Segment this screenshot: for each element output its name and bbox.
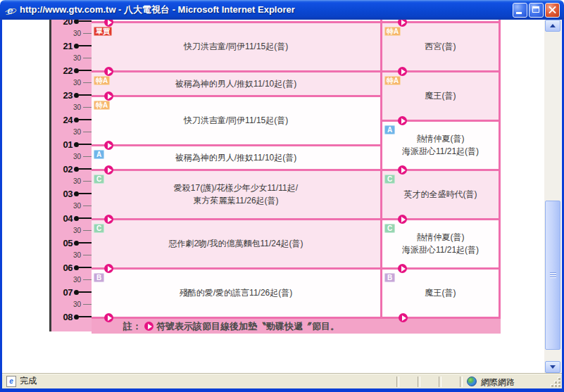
maximize-button[interactable] [529, 3, 544, 18]
table-right-border [499, 20, 501, 331]
half-hour-dash [83, 82, 92, 83]
note-body: 符號表示該節目線後加墊〝勁碟快遞〞節目。 [156, 320, 339, 333]
half-hour-dash [83, 132, 92, 132]
program-title: 熱情仲夏(普) [417, 232, 465, 243]
program-cell: C愛殺17(護)/花樣少年少女11/11起/東方茱麗葉11/26起(普) [92, 169, 380, 218]
program-title-block: 西宮(普) [382, 23, 499, 70]
half-hour-dash [83, 33, 92, 34]
program-title-block: 魔王(普) [382, 72, 499, 120]
hour-line [79, 291, 92, 293]
hour-dot-icon [74, 241, 79, 246]
statusbar-separator [460, 377, 463, 387]
program-title-block: 被稱為神的男人/推奴11/10起(普) [92, 72, 380, 95]
hour-line [79, 217, 92, 219]
status-bar: e 完成 網際網路 [2, 373, 562, 388]
hour-tick: 01 [51, 139, 92, 150]
half-hour-tick: 30 [51, 102, 92, 112]
program-title-block: 殘酷的愛/愛的謊言11/26起(普) [92, 270, 380, 317]
page-content: 2030213022302330243001300230033004300530… [2, 20, 544, 373]
program-cell: B魔王(普) [382, 267, 499, 317]
hour-dot-icon [74, 167, 79, 172]
hour-tick: 20 [51, 20, 92, 27]
program-title: 殘酷的愛/愛的謊言11/26起(普) [180, 288, 292, 298]
program-title: 東方茱麗葉11/26起(普) [193, 196, 278, 206]
hour-line [79, 267, 92, 268]
program-title-block: 熱情仲夏(普)海派甜心11/21起(普) [382, 122, 499, 169]
half-hour-dash [83, 255, 92, 255]
hour-dot-icon [74, 20, 79, 24]
hour-tick: 21 [51, 40, 92, 51]
hour-dot-icon [74, 118, 79, 122]
program-cell: 特A快刀洪吉童/同伊11/15起(普) [92, 95, 380, 144]
title-bar[interactable]: e http://www.gtv.com.tw - 八大電視台 - Micros… [0, 0, 564, 20]
schedule-table: 2030213022302330243001300230033004300530… [2, 20, 544, 373]
hour-dot-icon [74, 216, 79, 221]
hour-dot-icon [74, 44, 79, 49]
hour-tick: 22 [51, 65, 92, 76]
half-hour-dash [83, 181, 92, 182]
time-axis: 2030213022302330243001300230033004300530… [51, 20, 92, 331]
half-hour-tick: 30 [51, 53, 92, 63]
program-title: 被稱為神的男人/推奴11/10起(普) [175, 79, 296, 89]
minimize-button[interactable] [513, 3, 527, 18]
hour-line [79, 144, 92, 145]
half-hour-tick: 30 [51, 274, 92, 284]
half-hour-dash [83, 206, 92, 206]
scrollbar-thumb[interactable] [545, 201, 560, 350]
hour-dot-icon [74, 93, 79, 98]
program-title: 快刀洪吉童/同伊11/15起(普) [184, 115, 288, 126]
hour-line [79, 242, 92, 244]
hour-dot-icon [74, 315, 79, 320]
program-title-block: 魔王(普) [382, 270, 499, 317]
half-hour-tick: 30 [51, 225, 92, 235]
half-hour-dash [83, 58, 92, 58]
window-controls [513, 3, 560, 18]
program-cell: 特A魔王(普) [382, 70, 499, 120]
status-text: 完成 [20, 375, 37, 387]
program-title: 魔王(普) [425, 91, 456, 101]
hour-tick: 07 [51, 286, 92, 298]
document-icon: e [6, 376, 16, 387]
hour-dot-icon [74, 191, 79, 196]
program-title-block: 英才的全盛時代(普) [382, 171, 499, 218]
note-text: 註： 符號表示該節目線後加墊〝勁碟快遞〞節目。 [123, 319, 339, 334]
resize-grip[interactable] [551, 377, 560, 387]
statusbar-separator [418, 377, 420, 387]
program-cell: A被稱為神的男人/推奴11/10起(普) [92, 144, 380, 169]
half-hour-dash [83, 304, 92, 305]
program-title: 英才的全盛時代(普) [404, 189, 477, 200]
half-hour-dash [83, 107, 92, 108]
hour-line [79, 119, 92, 120]
program-cell: 特A西宮(普) [382, 21, 499, 70]
schedule-column-left: 單買快刀洪吉童/同伊11/15起(普)特A被稱為神的男人/推奴11/10起(普)… [92, 20, 380, 331]
program-title-block: 被稱為神的男人/推奴11/10起(普) [92, 146, 380, 169]
half-hour-tick: 30 [51, 299, 92, 309]
half-hour-tick: 30 [51, 77, 92, 87]
hour-line [79, 45, 92, 46]
half-hour-tick: 30 [51, 28, 92, 38]
hour-tick: 23 [51, 89, 92, 101]
hour-tick: 04 [51, 213, 92, 224]
play-icon [144, 322, 153, 331]
hour-dot-icon [74, 290, 79, 295]
hour-line [79, 94, 92, 96]
scroll-down-button[interactable] [545, 361, 560, 373]
scroll-up-button[interactable] [545, 20, 560, 32]
hour-line [79, 20, 92, 22]
hour-tick: 05 [51, 237, 92, 248]
program-cell: 單買快刀洪吉童/同伊11/15起(普) [92, 21, 380, 70]
close-button[interactable] [545, 3, 560, 18]
hour-dot-icon [74, 68, 79, 73]
program-title: 西宮(普) [425, 42, 456, 52]
note-bar: 註： 符號表示該節目線後加墊〝勁碟快遞〞節目。 [92, 317, 501, 334]
vertical-scrollbar[interactable] [544, 20, 561, 373]
hour-dot-icon [74, 142, 79, 147]
browser-window: e http://www.gtv.com.tw - 八大電視台 - Micros… [0, 0, 564, 392]
arrow-down-icon [550, 365, 556, 369]
hour-tick: 06 [51, 262, 92, 273]
program-title: 熱情仲夏(普) [417, 134, 465, 144]
program-title-block: 惡作劇2吻/我的億萬麵包11/24起(普) [92, 220, 380, 267]
hour-dot-icon [74, 265, 79, 270]
program-title: 快刀洪吉童/同伊11/15起(普) [184, 42, 288, 52]
program-title-block: 愛殺17(護)/花樣少年少女11/11起/東方茱麗葉11/26起(普) [92, 171, 380, 218]
